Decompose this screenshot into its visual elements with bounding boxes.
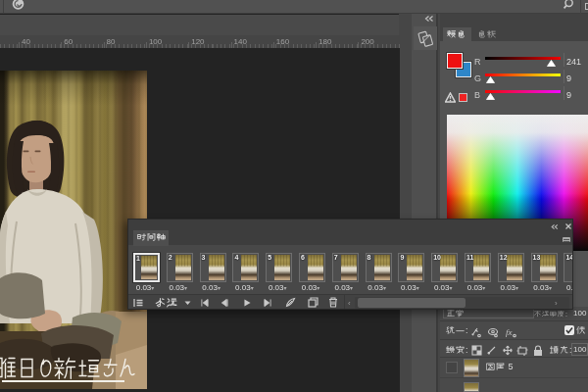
svg-text:fx: fx xyxy=(506,327,513,337)
